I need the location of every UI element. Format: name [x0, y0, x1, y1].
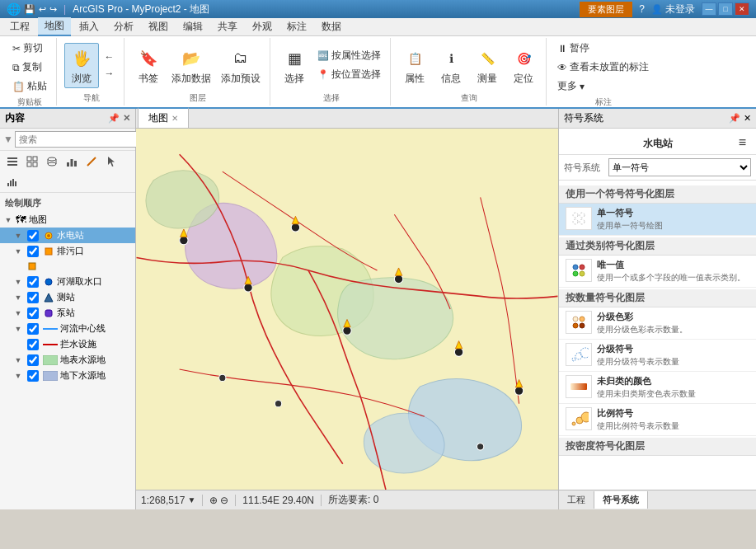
- list-view-button[interactable]: [3, 152, 21, 171]
- scale-dropdown[interactable]: ▼: [187, 495, 195, 504]
- map-tab-close[interactable]: ✕: [171, 114, 178, 123]
- symbol-type-dropdown[interactable]: 单一符号 唯一值 分级色彩 分级符号 未归类的颜色 比例符号: [608, 158, 751, 176]
- surface-water-expand[interactable]: ▼: [13, 356, 23, 364]
- info-button[interactable]: ℹ 信息: [434, 43, 468, 88]
- help-button[interactable]: ?: [639, 3, 645, 15]
- unclassed-color-item[interactable]: 未归类的颜色 使用未归类斯变色表示数量: [559, 372, 756, 404]
- tree-item-river[interactable]: ▼ 河流中心线: [0, 321, 135, 336]
- tab-symbol[interactable]: 符号系统: [594, 491, 648, 509]
- database-icon[interactable]: [43, 152, 61, 171]
- attribute-button[interactable]: 📋 属性: [397, 43, 432, 88]
- single-symbol-item[interactable]: 单一符号 使用单一符号绘图: [559, 204, 756, 236]
- pump-checkbox[interactable]: [27, 307, 39, 319]
- select-by-attr-button[interactable]: 🔤 按属性选择: [313, 47, 385, 64]
- pause-labels-button[interactable]: ⏸ 暂停: [553, 40, 653, 57]
- intake-checkbox[interactable]: [27, 276, 39, 288]
- map-canvas[interactable]: [136, 129, 558, 490]
- panel-close-icon[interactable]: ✕: [123, 113, 130, 124]
- menu-insert[interactable]: 插入: [73, 18, 106, 35]
- cut-button[interactable]: ✂ 剪切: [8, 40, 51, 57]
- menu-labels[interactable]: 标注: [280, 18, 313, 35]
- add-preset-button[interactable]: 🗂 添加预设: [217, 43, 265, 88]
- select-button[interactable]: ▦ 选择: [277, 43, 312, 88]
- tree-item-dam[interactable]: ▼ 拦水设施: [0, 336, 135, 352]
- tree-item-groundwater[interactable]: ▼ 地下水源地: [0, 368, 135, 383]
- menu-view[interactable]: 视图: [142, 18, 175, 35]
- hydropower-checkbox[interactable]: [27, 230, 39, 242]
- unique-value-item[interactable]: 唯一值 使用一个或多个字段的唯一值表示类别。: [559, 256, 756, 288]
- panel-pin-icon[interactable]: 📌: [108, 113, 120, 124]
- tree-item-hydropower[interactable]: ▼ 水电站: [0, 228, 135, 243]
- left-panel: 内容 📌 ✕ ▼ 🔍: [0, 109, 136, 509]
- add-data-button[interactable]: 📂 添加数据: [167, 43, 215, 88]
- tree-item-map[interactable]: ▼ 🗺 地图: [0, 212, 135, 228]
- bookmark-button[interactable]: 🔖 书签: [131, 43, 166, 88]
- locate-button[interactable]: 🎯 定位: [506, 43, 541, 88]
- user-label[interactable]: 👤 未登录: [651, 2, 695, 16]
- menu-edit[interactable]: 编辑: [176, 18, 209, 35]
- view-unplaced-button[interactable]: 👁 查看未放置的标注: [553, 59, 653, 76]
- tab-project[interactable]: 工程: [559, 491, 594, 509]
- close-button[interactable]: ✕: [735, 2, 749, 16]
- symbol-panel-close[interactable]: ✕: [744, 113, 751, 124]
- menu-data[interactable]: 数据: [315, 18, 348, 35]
- hydropower-expand[interactable]: ▼: [13, 232, 23, 240]
- symbol-menu-icon[interactable]: ≡: [739, 135, 746, 150]
- table-view-button[interactable]: [23, 152, 41, 171]
- forward-button[interactable]: →: [101, 66, 119, 81]
- station-expand[interactable]: ▼: [13, 293, 23, 302]
- quick-access-redo[interactable]: ↪: [49, 4, 57, 15]
- hydropower-label: 水电站: [57, 229, 132, 242]
- river-checkbox[interactable]: [27, 323, 39, 335]
- content-search-input[interactable]: [15, 131, 137, 148]
- zoom-out-icon[interactable]: ⊖: [220, 495, 228, 506]
- river-expand[interactable]: ▼: [13, 325, 23, 333]
- select-by-location-button[interactable]: 📍 按位置选择: [313, 66, 385, 83]
- small-chart-icon[interactable]: [3, 172, 21, 190]
- surface-water-checkbox[interactable]: [27, 354, 39, 366]
- graduated-symbol-item[interactable]: 分级符号 使用分级符号表示数量: [559, 340, 756, 372]
- dam-checkbox[interactable]: [27, 339, 39, 350]
- zoom-in-icon[interactable]: ⊕: [209, 495, 218, 506]
- graduated-color-item[interactable]: 分级色彩 使用分级色彩表示数量。: [559, 307, 756, 340]
- browse-button[interactable]: 🖐 浏览: [64, 43, 99, 88]
- tree-item-pump[interactable]: ▼ 泵站: [0, 305, 135, 321]
- tree-item-discharge[interactable]: ▼ 排污口: [0, 243, 135, 259]
- title-ribbon-tab[interactable]: 要素图层: [580, 2, 632, 17]
- menu-project[interactable]: 工程: [3, 18, 36, 35]
- copy-button[interactable]: ⧉ 复制: [8, 59, 51, 76]
- intake-expand[interactable]: ▼: [13, 278, 23, 286]
- single-symbol-section-label: 使用一个符号符号化图层: [566, 188, 674, 199]
- discharge-expand[interactable]: ▼: [13, 247, 23, 256]
- discharge-checkbox[interactable]: [27, 246, 39, 257]
- proportional-item[interactable]: 比例符号 使用比例符号表示数量: [559, 404, 756, 436]
- symbol-panel-controls: 📌 ✕: [729, 113, 751, 124]
- map-expand-icon[interactable]: ▼: [3, 216, 13, 224]
- menu-analysis[interactable]: 分析: [107, 18, 140, 35]
- measure-button[interactable]: 📏 测量: [470, 43, 505, 88]
- quick-access-undo[interactable]: ↩: [39, 4, 46, 15]
- tree-item-surface-water[interactable]: ▼ 地表水源地: [0, 352, 135, 368]
- groundwater-checkbox[interactable]: [27, 370, 39, 382]
- groundwater-expand[interactable]: ▼: [13, 372, 23, 380]
- cursor-icon[interactable]: [102, 152, 120, 171]
- svg-rect-5: [27, 162, 31, 167]
- attribute-icon: 📋: [401, 45, 428, 72]
- minimize-button[interactable]: —: [702, 2, 716, 16]
- map-tab-main[interactable]: 地图 ✕: [138, 107, 189, 128]
- back-button[interactable]: ←: [101, 49, 119, 64]
- pump-expand[interactable]: ▼: [13, 309, 23, 317]
- line-tool-icon[interactable]: [82, 152, 101, 171]
- station-checkbox[interactable]: [27, 292, 39, 303]
- tree-item-station[interactable]: ▼ 测站: [0, 289, 135, 305]
- paste-button[interactable]: 📋 粘贴: [8, 77, 51, 95]
- symbol-panel-pin[interactable]: 📌: [729, 113, 740, 124]
- menu-appearance[interactable]: 外观: [246, 18, 279, 35]
- tree-item-intake[interactable]: ▼ 河湖取水口: [0, 274, 135, 289]
- menu-map[interactable]: 地图: [38, 17, 71, 36]
- chart-icon[interactable]: [63, 152, 81, 171]
- maximize-button[interactable]: □: [718, 2, 733, 16]
- quick-access-save[interactable]: 💾: [24, 4, 35, 15]
- more-labels-button[interactable]: 更多 ▾: [553, 77, 653, 95]
- menu-share[interactable]: 共享: [211, 18, 244, 35]
